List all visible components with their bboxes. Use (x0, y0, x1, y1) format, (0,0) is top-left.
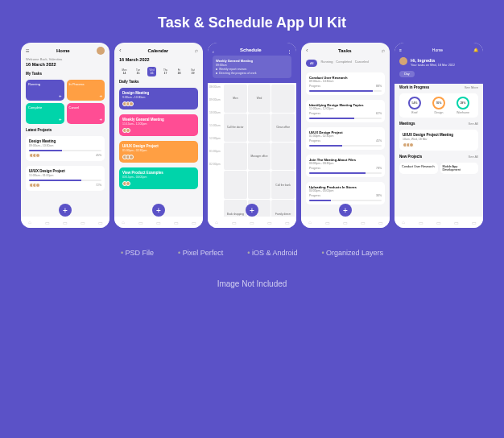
plus-icon: + (59, 93, 62, 98)
task-tabs: All Running Completed Canceled (301, 56, 390, 70)
schedule-card[interactable]: Weekly General Meeting 09:30am Weekly re… (213, 56, 291, 78)
task-item[interactable]: Uploading Products In Stores04:00pm - 05… (306, 182, 385, 205)
latest-projects-label: Latest Projects (21, 126, 109, 134)
tab-all[interactable]: All (306, 60, 317, 67)
bottom-nav[interactable]: ⌂▭▭▭▭ (114, 217, 203, 228)
fab-add[interactable]: + (59, 204, 72, 217)
phone-tasks: ‹ Tasks ⌕ All Running Completed Canceled… (301, 43, 390, 228)
tile-running[interactable]: Running+ (26, 80, 64, 101)
day-button[interactable]: Day (399, 71, 415, 77)
see-all-link[interactable]: See All (469, 155, 478, 159)
feature: Organized Layers (321, 249, 383, 257)
screen-title: Home (56, 48, 70, 53)
project-card[interactable]: Design Meeting 09:30am - 10:30am 45% (26, 136, 105, 161)
more-icon[interactable]: ⋮ (287, 49, 291, 54)
my-tasks-label: My Tasks (21, 70, 109, 77)
task-item[interactable]: Conduct User Research09:30am - 10:30amPr… (306, 72, 385, 95)
see-more-link[interactable]: See More (465, 85, 478, 89)
screen-title: Schedule (240, 48, 262, 52)
phone-schedule: ‹Schedule⋮ Weekly General Meeting 09:30a… (208, 43, 296, 228)
task-item[interactable]: UI/UX Design Project01:30pm - 02:30pmPro… (306, 127, 385, 150)
task-card[interactable]: View Product Examples03:15pm - 04:00pm (119, 167, 198, 189)
feature: PSD File (121, 249, 154, 257)
day-active[interactable]: Wed16 (147, 67, 156, 76)
circle-wireframe[interactable]: 28%Wireframe (456, 97, 469, 114)
schedule-grid: MonWed Call the doctorClean office Manag… (224, 83, 296, 228)
day[interactable]: Fri18 (175, 67, 184, 76)
time-column: 08:00am09:00am10:00am11:00am12:00pm01:00… (208, 83, 224, 228)
see-all-link[interactable]: See All (469, 122, 478, 126)
back-icon[interactable]: ‹ (306, 47, 308, 54)
day[interactable]: Mon14 (120, 67, 129, 76)
page-title: Task & Schedule App UI Kit (0, 0, 504, 43)
search-icon[interactable]: ⌕ (195, 48, 198, 53)
fab-add[interactable]: + (152, 204, 165, 217)
plus-icon: + (99, 93, 102, 98)
cell[interactable]: Mon (224, 85, 247, 113)
meeting-card[interactable]: UI/UX Design Project Meeting10am, Wed, 1… (399, 130, 478, 151)
day[interactable]: Thu17 (161, 67, 170, 76)
task-card[interactable]: UI/UX Design Project01:30pm - 02:30pm (119, 141, 198, 163)
screen-title: Calendar (147, 48, 168, 53)
project-card[interactable]: UI/UX Design Project 11:00am - 01:00pm 7… (26, 166, 105, 191)
back-icon[interactable]: ‹ (213, 49, 214, 54)
phone-home2: ≡Home🔔 Hi, IngrediaYour tasks on Wed, 18… (395, 43, 483, 228)
day[interactable]: Tue15 (134, 67, 143, 76)
task-item[interactable]: Join The Meeting About Files03:00pm - 03… (306, 155, 385, 177)
feature: iOS & Android (247, 249, 297, 257)
phone-home: ≡ Home Welcome Back, Valentina 16 March … (21, 43, 109, 228)
new-project-card[interactable]: Conduct User Research (399, 163, 438, 174)
bell-icon[interactable]: 🔔 (473, 48, 478, 52)
bottom-nav[interactable]: ⌂▭▭▭▭ (208, 217, 296, 228)
daily-tasks-label: Daily Tasks (114, 78, 203, 85)
search-icon[interactable]: ⌕ (382, 48, 385, 53)
day[interactable]: Sat19 (188, 67, 197, 76)
circle-brief[interactable]: 54%Brief (408, 97, 421, 114)
date-text: 16 March 2022 (114, 56, 203, 65)
days-row: Mon14 Tue15 Wed16 Thu17 Fri18 Sat19 (114, 65, 203, 78)
avatar[interactable] (97, 47, 105, 55)
phone-calendar: ‹ Calendar ⌕ 16 March 2022 Mon14 Tue15 W… (114, 43, 203, 228)
date-text: 16 March 2022 (21, 61, 109, 70)
bottom-nav[interactable]: ⌂▭▭▭▭ (301, 217, 390, 228)
task-card[interactable]: Design Meeting9:30am - 10:30am (119, 88, 198, 110)
menu-icon[interactable]: ≡ (399, 48, 402, 52)
screen-title: Tasks (338, 48, 352, 53)
new-project-card[interactable]: Mobile App Development (440, 163, 479, 174)
plus-icon: + (99, 117, 102, 122)
progress-circles: 54%Brief 76%Design 28%Wireframe (399, 93, 478, 118)
tab-canceled[interactable]: Canceled (355, 60, 369, 67)
tab-completed[interactable]: Completed (336, 60, 351, 67)
fab-add[interactable]: + (339, 204, 352, 217)
task-card[interactable]: Weekly General Meeting11:15am - 12:00pm (119, 114, 198, 136)
phones-row: ≡ Home Welcome Back, Valentina 16 March … (0, 43, 504, 228)
circle-design[interactable]: 76%Design (432, 97, 445, 114)
tab-running[interactable]: Running (320, 60, 333, 67)
plus-icon: + (59, 117, 62, 122)
features-row: PSD File Pixel Perfect iOS & Android Org… (0, 249, 504, 257)
menu-icon[interactable]: ≡ (26, 48, 30, 55)
avatar[interactable] (399, 57, 407, 65)
footer-note: Image Not Included (0, 279, 504, 288)
bottom-nav[interactable]: ⌂▭▭▭▭ (395, 217, 483, 228)
feature: Pixel Perfect (178, 249, 223, 257)
tile-complete[interactable]: Complete+ (26, 103, 64, 124)
back-icon[interactable]: ‹ (119, 47, 122, 54)
task-item[interactable]: Identifying Design Meeting Topics11:00am… (306, 100, 385, 122)
tile-cancel[interactable]: Cancel+ (67, 103, 105, 124)
bottom-nav[interactable]: ⌂▭▭▭▭ (21, 217, 109, 228)
fab-add[interactable]: + (246, 204, 258, 217)
tile-inprocess[interactable]: In Process+ (67, 80, 105, 101)
